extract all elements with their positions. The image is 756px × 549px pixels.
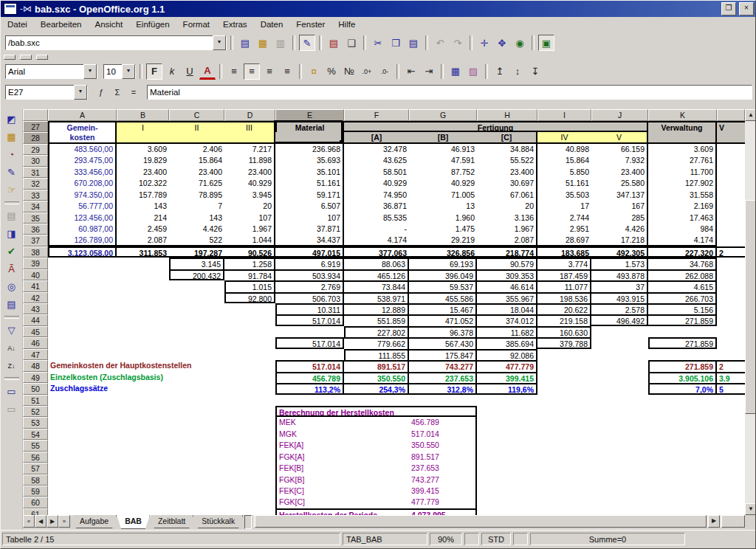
cell-J33[interactable]: 347.137 (591, 190, 648, 201)
next-sheet-button[interactable]: ▶ (47, 515, 58, 528)
cell-E40[interactable]: 503.934 (275, 269, 344, 280)
cell-H42[interactable]: 355.967 (477, 292, 537, 303)
cell-J41[interactable]: 37 (591, 280, 648, 291)
cell-F27[interactable]: Fertigung (344, 121, 648, 132)
cell-D31[interactable]: 23.400 (224, 167, 275, 178)
navigator-icon[interactable]: ✛ (476, 35, 492, 51)
close-button[interactable]: × (739, 2, 754, 15)
cell-E28[interactable] (275, 132, 344, 143)
new-document-icon[interactable]: ▤ (237, 35, 253, 51)
cell-A28[interactable]: kosten (48, 132, 117, 143)
row-header-40[interactable]: 40 (23, 269, 48, 280)
font-size-dropdown-icon[interactable]: ▼ (122, 64, 135, 79)
cell-A31[interactable]: 333.456,00 (48, 167, 117, 178)
cell-H44[interactable]: 374.012 (477, 314, 537, 325)
cell-H46[interactable]: 385.694 (477, 337, 537, 348)
cell-H28[interactable]: [C] (477, 132, 537, 143)
cell-K30[interactable]: 27.761 (648, 155, 717, 166)
cell-G35[interactable]: 1.960 (409, 213, 477, 224)
cell-G30[interactable]: 47.591 (409, 155, 477, 166)
sheet-tab-stückkalk[interactable]: Stückkalk (193, 515, 243, 528)
paste-icon[interactable]: ▤ (405, 35, 422, 51)
row-header-38[interactable]: 38 (23, 246, 48, 258)
export-pdf-icon[interactable]: ▤ (326, 35, 342, 51)
url-combo[interactable]: ▼ (5, 35, 227, 50)
cell-E49[interactable]: 456.789 (275, 372, 344, 383)
cell-I33[interactable]: 35.503 (537, 190, 591, 201)
scroll-right-icon[interactable]: ▶ (708, 515, 720, 528)
cell-G61[interactable]: 4.073.995 (409, 508, 477, 515)
cell-I38[interactable]: 183.685 (537, 246, 591, 258)
page-style-indicator[interactable]: TAB_BAB (343, 533, 427, 545)
sort-descending-icon[interactable]: Z↓ (3, 357, 21, 374)
row-header-57[interactable]: 57 (23, 463, 48, 474)
cut-icon[interactable]: ✂ (370, 35, 386, 51)
find-replace-icon[interactable]: ◎ (3, 278, 21, 295)
cell-F37[interactable]: 4.174 (344, 235, 409, 246)
cell-E42[interactable]: 506.703 (275, 292, 344, 303)
cell-E32[interactable]: 51.161 (275, 178, 344, 189)
menu-datei[interactable]: Datei (1, 18, 34, 32)
cell-B29[interactable]: 3.609 (117, 144, 169, 155)
cell-E52[interactable]: Berechnung der Herstellkosten (275, 406, 477, 417)
cell-A27[interactable]: Gemein- (48, 121, 117, 132)
cell-E53[interactable]: MEK (275, 417, 409, 428)
cell-J35[interactable]: 285 (591, 213, 648, 224)
horizontal-scroll-thumb[interactable] (255, 515, 707, 528)
cell-H29[interactable]: 34.884 (477, 144, 537, 155)
cell-I37[interactable]: 28.697 (537, 235, 591, 246)
align-center-icon[interactable]: ≡ (244, 63, 260, 80)
cell-C37[interactable]: 522 (169, 235, 224, 246)
cell-F45[interactable]: 227.802 (344, 326, 409, 337)
row-header-29[interactable]: 29 (23, 144, 48, 155)
increase-indent-icon[interactable]: ⇥ (421, 63, 437, 80)
align-right-icon[interactable]: ≡ (261, 63, 278, 80)
cell-K32[interactable]: 127.902 (648, 178, 717, 189)
cell-H33[interactable]: 67.061 (477, 190, 537, 201)
font-size-input[interactable] (104, 66, 122, 77)
cell-E56[interactable]: FGK[A] (275, 452, 409, 463)
row-header-30[interactable]: 30 (23, 155, 48, 166)
cell-J29[interactable]: 66.159 (591, 144, 648, 155)
cell-K37[interactable]: 4.174 (648, 235, 717, 246)
cell-L48[interactable]: 2 (717, 360, 745, 371)
url-input[interactable] (6, 37, 213, 49)
gallery-icon[interactable]: ▣ (538, 35, 554, 51)
cell-H39[interactable]: 90.579 (477, 258, 537, 269)
cell-I28[interactable]: IV (537, 132, 591, 143)
cell-E61[interactable]: Herstellkosten der Periode (275, 508, 409, 515)
cell-F48[interactable]: 891.517 (344, 360, 409, 371)
row-header-46[interactable]: 46 (23, 337, 48, 348)
cell-G50[interactable]: 312,8% (409, 383, 477, 394)
cell-G29[interactable]: 46.913 (409, 144, 477, 155)
cell-E37[interactable]: 34.437 (275, 235, 344, 246)
cell-A48[interactable]: Gemeinkosten der Hauptkostenstellen (48, 360, 275, 371)
row-header-39[interactable]: 39 (23, 258, 48, 269)
cell-F47[interactable]: 111.855 (344, 349, 409, 360)
cell-I45[interactable]: 160.630 (537, 326, 591, 337)
add-decimal-icon[interactable]: .0+ (359, 63, 375, 80)
cell-J37[interactable]: 17.218 (591, 235, 648, 246)
font-name-input[interactable] (6, 66, 83, 77)
cell-H40[interactable]: 309.353 (477, 269, 537, 280)
cell-A38[interactable]: 3.123.058,00 (48, 246, 117, 258)
cell-B35[interactable]: 214 (117, 213, 169, 224)
window-pin-icon[interactable]: -⋈ (20, 4, 32, 14)
cell-B27[interactable]: I (117, 121, 169, 132)
cell-B37[interactable]: 2.087 (117, 235, 169, 246)
cell-D37[interactable]: 1.044 (224, 235, 275, 246)
menu-ansicht[interactable]: Ansicht (88, 18, 129, 32)
cell-H31[interactable]: 23.400 (477, 167, 537, 178)
cell-I34[interactable]: 17 (537, 201, 591, 212)
cell-F46[interactable]: 779.662 (344, 337, 409, 348)
cell-H34[interactable]: 20 (477, 201, 537, 212)
cell-I30[interactable]: 15.864 (537, 155, 591, 166)
function-wizard-icon[interactable]: ƒ (94, 85, 109, 100)
cell-G53[interactable]: 456.789 (409, 417, 477, 428)
menu-fenster[interactable]: Fenster (289, 18, 331, 32)
cell-B36[interactable]: 2.459 (117, 224, 169, 235)
cell-L50[interactable]: 5 (717, 383, 745, 394)
cell-C31[interactable]: 23.400 (169, 167, 224, 178)
name-box-dropdown-icon[interactable]: ▼ (74, 85, 87, 100)
name-box[interactable]: ▼ (5, 85, 88, 100)
